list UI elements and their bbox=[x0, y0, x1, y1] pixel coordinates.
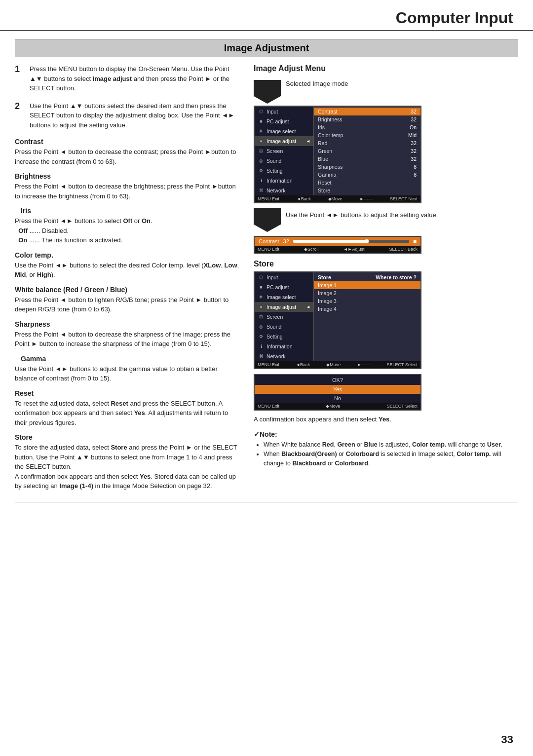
osd-red-label: Red bbox=[318, 140, 327, 146]
footer-next-1: ►------ bbox=[359, 196, 373, 201]
info-icon: ℹ bbox=[258, 177, 265, 184]
store-screen-icon: ⊞ bbox=[258, 313, 265, 320]
subsection-iris: Iris Press the Point ◄► buttons to selec… bbox=[15, 207, 242, 245]
page-header: Computer Input bbox=[0, 0, 533, 31]
subsection-whitebalance: White balance (Red / Green / Blue) Press… bbox=[15, 286, 242, 314]
note-title: ✓Note: bbox=[254, 430, 518, 438]
subsection-store-text: To store the adjusted data, select Store… bbox=[15, 443, 242, 491]
store-image3-label: Image 3 bbox=[318, 298, 337, 304]
step-1-number: 1 bbox=[15, 64, 25, 93]
bottom-divider bbox=[15, 502, 518, 502]
store-nav-setting: ⚙Setting bbox=[255, 332, 313, 341]
osd-store-label: Store bbox=[318, 188, 330, 193]
osd-nav-sound-label: Sound bbox=[266, 158, 281, 164]
osd-iris-label: Iris bbox=[318, 124, 325, 130]
osd-blue-label: Blue bbox=[318, 156, 328, 162]
osd-contrast-value: 32 bbox=[411, 109, 417, 114]
sound-icon: ◎ bbox=[258, 157, 265, 164]
step-1-text: Press the MENU button to display the On-… bbox=[30, 64, 242, 93]
subsection-store-title: Store bbox=[15, 433, 242, 441]
osd-nav-imageselect-label: Image select bbox=[266, 128, 296, 134]
store-image4-label: Image 4 bbox=[318, 306, 337, 312]
subsection-colortemp: Color temp. Use the Point ◄► buttons to … bbox=[15, 251, 242, 280]
osd-nav-input: ⬡Input bbox=[255, 107, 313, 116]
subsection-brightness-text: Press the Point ◄ button to decrease the… bbox=[15, 182, 242, 201]
store-nav-imageselect: ❋Image select bbox=[255, 292, 313, 302]
subsection-contrast-title: Contrast bbox=[15, 138, 242, 146]
confirm-footer-exit: MENU Exit bbox=[258, 404, 279, 409]
main-content: Image Adjustment 1 Press the MENU button… bbox=[0, 39, 533, 527]
subsection-gamma-text: Use the Point ◄► buttons to adjust the g… bbox=[15, 364, 242, 383]
screen-icon: ⊞ bbox=[258, 148, 265, 154]
footer-back-1: ◄Back bbox=[297, 196, 311, 201]
store-pcadjust-icon: ■ bbox=[258, 284, 265, 291]
store-footer-dash: ►------ bbox=[357, 362, 371, 367]
note-list: When White balance Red, Green or Blue is… bbox=[254, 440, 518, 469]
slider-fill bbox=[293, 240, 369, 243]
confirm-footer-select: SELECT Select bbox=[387, 404, 418, 409]
subsection-contrast-text: Press the Point ◄ button to decrease the… bbox=[15, 147, 242, 166]
osd-nav-input-label: Input bbox=[266, 109, 278, 114]
pcadjust-icon: ■ bbox=[258, 118, 265, 125]
osd-panel-1: Contrast32 Brightness32 IrisOn Color tem… bbox=[314, 107, 420, 195]
store-nav-pcadjust: ■PC adjust bbox=[255, 282, 313, 292]
setting-icon: ⚙ bbox=[258, 167, 265, 174]
store-nav-screen: ⊞Screen bbox=[255, 312, 313, 322]
osd-nav-pcadjust-label: PC adjust bbox=[266, 118, 289, 124]
step-2-text: Use the Point ▲▼ buttons select the desi… bbox=[30, 101, 242, 130]
slider-menu: Contrast 32 ◼ MENU Exit ◆Scroll ◄►Adjust… bbox=[254, 236, 421, 254]
slider-footer-scroll: ◆Scroll bbox=[304, 247, 319, 252]
subsection-sharpness: Sharpness Press the Point ◄ button to de… bbox=[15, 320, 242, 349]
imageselect-icon: ❋ bbox=[258, 128, 265, 135]
store-footer-select: SELECT Select bbox=[387, 362, 418, 367]
subsection-gamma: Gamma Use the Point ◄► buttons to adjust… bbox=[15, 355, 242, 383]
osd-iris-value: On bbox=[410, 124, 417, 130]
store-nav-sound: ◎Sound bbox=[255, 322, 313, 332]
osd-nav-network: ⌘Network bbox=[255, 186, 313, 195]
step-2: 2 Use the Point ▲▼ buttons select the de… bbox=[15, 101, 242, 130]
two-column-layout: 1 Press the MENU button to display the O… bbox=[15, 64, 518, 497]
osd-menu-1: ⬡Input ■PC adjust ❋Image select ●Image a… bbox=[254, 106, 421, 203]
slider-thumb bbox=[365, 239, 369, 243]
store-setting-icon: ⚙ bbox=[258, 333, 265, 340]
subsection-reset-text: To reset the adjusted data, select Reset… bbox=[15, 399, 242, 428]
osd-gamma-label: Gamma bbox=[318, 172, 336, 178]
step-2-number: 2 bbox=[15, 101, 25, 130]
confirm-box: OK? Yes No MENU Exit ◆Move SELECT Select bbox=[254, 374, 421, 411]
store-footer-exit: MENU Exit bbox=[258, 362, 279, 367]
osd-nav-imageselect: ❋Image select bbox=[255, 126, 313, 136]
store-info-icon: ℹ bbox=[258, 343, 265, 350]
store-input-icon: ⬡ bbox=[258, 274, 265, 281]
osd-reset-label: Reset bbox=[318, 180, 331, 186]
subsection-whitebalance-title: White balance (Red / Green / Blue) bbox=[15, 286, 242, 294]
confirm-ok-text: OK? bbox=[255, 375, 420, 385]
store-osd-menu: ⬡Input ■PC adjust ❋Image select ●Image a… bbox=[254, 271, 421, 369]
subsection-iris-text: Press the Point ◄► buttons to select Off… bbox=[15, 216, 242, 245]
store-osd-body: ⬡Input ■PC adjust ❋Image select ●Image a… bbox=[255, 272, 420, 361]
slider-track bbox=[293, 240, 409, 243]
osd-nav-sound: ◎Sound bbox=[255, 156, 313, 166]
osd-sharpness-label: Sharpness bbox=[318, 164, 343, 170]
subsection-contrast: Contrast Press the Point ◄ button to dec… bbox=[15, 138, 242, 166]
store-nav-info: ℹInformation bbox=[255, 341, 313, 351]
store-row-image2: Image 2 bbox=[314, 289, 420, 297]
osd-green-value: 32 bbox=[411, 148, 417, 154]
store-active-arrow: ◄ bbox=[306, 304, 310, 309]
osd-row-green: Green32 bbox=[314, 147, 420, 155]
osd-row-contrast: Contrast32 bbox=[314, 108, 420, 115]
slider-footer-back: SELECT Back bbox=[389, 247, 418, 252]
store-imageadjust-icon: ● bbox=[258, 303, 265, 310]
subsection-brightness-title: Brightness bbox=[15, 172, 242, 180]
osd-nav-screen: ⊞Screen bbox=[255, 146, 313, 156]
osd-sharpness-value: 8 bbox=[414, 164, 417, 170]
subsection-reset: Reset To reset the adjusted data, select… bbox=[15, 389, 242, 428]
store-osd-nav: ⬡Input ■PC adjust ❋Image select ●Image a… bbox=[255, 272, 314, 361]
store-row-image4: Image 4 bbox=[314, 305, 420, 313]
osd-brightness-label: Brightness bbox=[318, 116, 343, 122]
osd-row-reset: Reset bbox=[314, 179, 420, 187]
confirm-yes-text: Yes bbox=[255, 385, 420, 394]
osd-footer-1: MENU Exit ◄Back ◆Move ►------ SELECT Nex… bbox=[255, 195, 420, 202]
confirm-text: A confirmation box appears and then sele… bbox=[254, 415, 518, 424]
osd-nav-pcadjust: ■PC adjust bbox=[255, 116, 313, 126]
slider-row: Contrast 32 ◼ bbox=[255, 237, 420, 246]
